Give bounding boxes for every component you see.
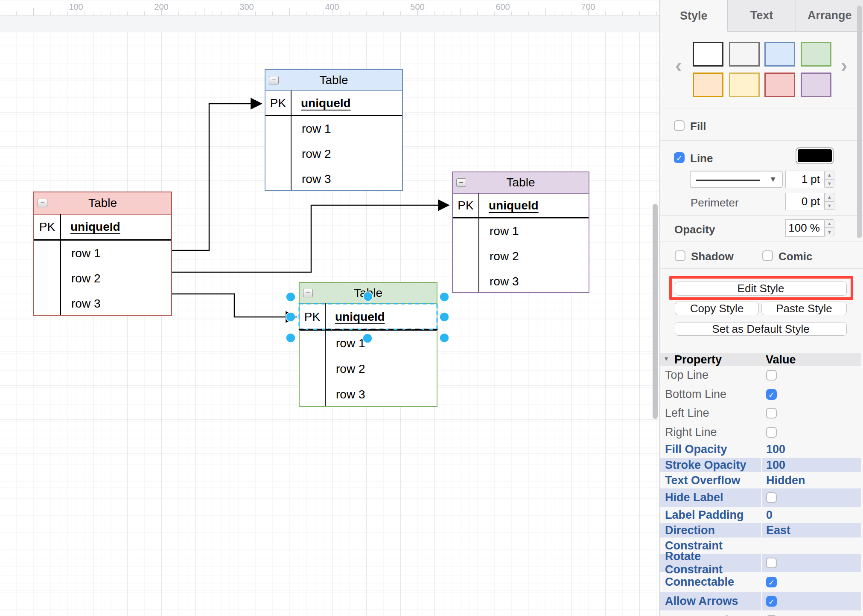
property-value[interactable]: 100 [762,458,861,472]
copy-style-button[interactable]: Copy Style [675,302,759,315]
perimeter-stepper[interactable]: ▲ ▼ [825,193,834,210]
er-row[interactable]: row 3 [453,269,589,294]
line-color-button[interactable] [796,147,834,164]
left-line-checkbox[interactable] [766,408,777,418]
er-row[interactable]: row 2 [453,244,589,269]
er-row[interactable]: row 3 [265,166,402,192]
er-row[interactable]: row 2 [34,266,171,291]
line-checkbox[interactable]: ✓ [674,152,685,163]
tab-style[interactable]: Style [660,0,728,32]
property-value[interactable] [762,366,861,384]
er-row[interactable]: row 3 [34,291,171,316]
fill-checkbox[interactable] [674,120,685,131]
ruler-tick [494,12,495,15]
shadow-checkbox[interactable] [675,250,685,261]
property-value[interactable] [762,488,861,507]
panel-vertical-scrollbar[interactable] [857,6,862,238]
bottom-line-checkbox[interactable]: ✓ [766,389,777,400]
property-value[interactable]: ✓ [762,592,861,610]
line-width-input[interactable]: 1 pt [785,171,825,188]
er-table-header[interactable]: − Table [453,172,589,194]
collapse-icon[interactable]: − [456,178,466,187]
right-line-checkbox[interactable] [766,427,777,438]
allow-arrows-checkbox[interactable]: ✓ [766,596,777,607]
er-pk-row[interactable]: PK uniqueId [34,215,171,241]
set-default-style-button[interactable]: Set as Default Style [675,322,847,336]
style-preset-swatch[interactable] [693,42,723,67]
er-table-purple[interactable]: − Table PK uniqueId row 1 row 2 row 3 [452,171,589,293]
ruler-tick [614,12,614,15]
property-value[interactable] [762,611,861,616]
property-value[interactable] [762,404,861,422]
collapse-icon[interactable]: − [303,289,313,297]
property-grid-header[interactable]: ▾ Property Value [660,353,861,366]
er-pk-row[interactable]: PK uniqueId [453,194,589,218]
chevron-left-icon[interactable]: ‹ [675,59,682,72]
er-pk-row[interactable]: PK uniqueId [265,91,402,116]
er-row[interactable]: row 1 [453,218,589,244]
collapse-triangle-icon[interactable]: ▾ [665,354,668,363]
er-table-header[interactable]: − Table [300,283,437,304]
er-table-header[interactable]: − Table [34,192,171,215]
tab-arrange[interactable]: Arrange [796,0,863,32]
property-value[interactable] [762,538,861,553]
style-preset-swatch[interactable] [801,42,831,67]
er-pk-row-selected[interactable]: PK uniqueId [300,304,437,331]
stepper-down-icon[interactable]: ▼ [825,201,834,210]
er-row[interactable]: row 3 [300,382,437,407]
property-value[interactable]: Hidden [762,473,861,488]
er-row[interactable]: row 1 [265,116,402,141]
style-preset-swatch[interactable] [693,73,723,97]
divider [660,268,863,269]
comic-checkbox[interactable] [762,250,773,261]
property-value[interactable]: ✓ [762,385,861,403]
stepper-up-icon[interactable]: ▲ [825,219,834,228]
collapse-icon[interactable]: − [269,76,279,84]
connectable-checkbox[interactable]: ✓ [766,577,777,587]
property-value[interactable] [762,423,861,441]
horizontal-ruler[interactable]: 100200300400500600700 [0,0,659,16]
perimeter-input[interactable]: 0 pt [785,193,825,210]
stepper-up-icon[interactable]: ▲ [825,193,834,201]
stepper-down-icon[interactable]: ▼ [825,179,834,188]
ruler-tick [443,12,443,15]
opacity-input[interactable]: 100 % [785,219,825,237]
stepper-down-icon[interactable]: ▼ [825,228,834,236]
er-table-red[interactable]: − Table PK uniqueId row 1 row 2 row 3 [33,192,172,316]
ruler-tick [298,12,298,15]
property-value[interactable]: 0 [762,508,861,522]
chevron-right-icon[interactable]: › [841,59,847,72]
property-column-header: Property [674,353,722,366]
style-preset-swatch[interactable] [801,73,831,97]
er-table-blue[interactable]: − Table PK uniqueId row 1 row 2 row 3 [265,69,403,191]
er-row[interactable]: row 1 [300,331,437,356]
property-value[interactable]: East [762,523,861,538]
style-preset-swatch[interactable] [729,73,760,97]
opacity-stepper[interactable]: ▲ ▼ [825,219,834,237]
er-row[interactable]: row 2 [300,356,437,382]
er-table-header[interactable]: − Table [265,70,402,91]
canvas-vertical-scrollbar[interactable] [653,204,658,419]
stepper-up-icon[interactable]: ▲ [825,171,834,179]
er-row[interactable]: row 1 [34,241,171,266]
ruler-tick [221,12,222,15]
line-style-dropdown[interactable]: ▼ [690,171,783,188]
line-width-stepper[interactable]: ▲ ▼ [825,171,834,188]
rotate-constraint-checkbox[interactable] [766,558,777,568]
top-line-checkbox[interactable] [766,370,777,381]
diagram-canvas[interactable]: 100200300400500600700 − Table PK uniqueI… [0,0,659,616]
collapse-icon[interactable]: − [38,199,47,207]
tab-text[interactable]: Text [728,0,796,32]
hide-label-checkbox[interactable] [766,492,777,503]
property-value[interactable]: 100 [762,442,861,457]
property-value[interactable] [762,554,861,572]
ruler-tick [306,12,307,15]
paste-style-button[interactable]: Paste Style [761,302,847,315]
er-table-green[interactable]: − Table PK uniqueId row 1 row 2 row 3 [299,282,437,407]
property-value[interactable]: ✓ [762,573,861,591]
style-preset-swatch[interactable] [729,42,760,67]
er-row[interactable]: row 2 [265,141,402,166]
style-preset-swatch[interactable] [764,42,795,67]
property-row-left-line: Left Line [660,404,861,423]
style-preset-swatch[interactable] [764,73,795,97]
